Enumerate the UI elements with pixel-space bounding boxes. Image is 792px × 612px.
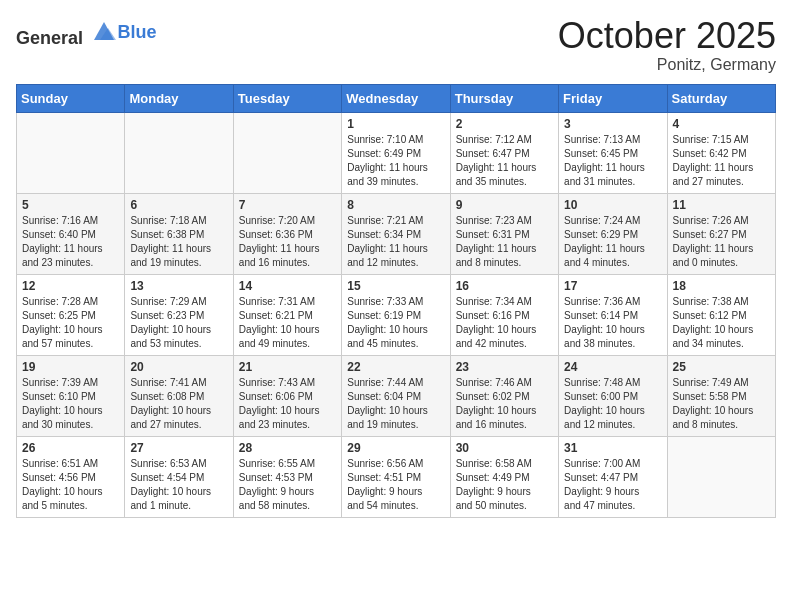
day-number: 24 — [564, 360, 661, 374]
day-number: 7 — [239, 198, 336, 212]
day-number: 6 — [130, 198, 227, 212]
calendar-day-17: 17Sunrise: 7:36 AM Sunset: 6:14 PM Dayli… — [559, 274, 667, 355]
page-header: General Blue October 2025 Ponitz, German… — [16, 16, 776, 74]
calendar-empty-cell — [667, 436, 775, 517]
day-info: Sunrise: 7:33 AM Sunset: 6:19 PM Dayligh… — [347, 295, 444, 351]
calendar-table: SundayMondayTuesdayWednesdayThursdayFrid… — [16, 84, 776, 518]
calendar-day-23: 23Sunrise: 7:46 AM Sunset: 6:02 PM Dayli… — [450, 355, 558, 436]
calendar-day-12: 12Sunrise: 7:28 AM Sunset: 6:25 PM Dayli… — [17, 274, 125, 355]
calendar-day-6: 6Sunrise: 7:18 AM Sunset: 6:38 PM Daylig… — [125, 193, 233, 274]
calendar-day-24: 24Sunrise: 7:48 AM Sunset: 6:00 PM Dayli… — [559, 355, 667, 436]
logo-icon — [90, 16, 118, 44]
calendar-day-21: 21Sunrise: 7:43 AM Sunset: 6:06 PM Dayli… — [233, 355, 341, 436]
calendar-week-row: 5Sunrise: 7:16 AM Sunset: 6:40 PM Daylig… — [17, 193, 776, 274]
day-number: 29 — [347, 441, 444, 455]
day-number: 4 — [673, 117, 770, 131]
day-number: 17 — [564, 279, 661, 293]
calendar-empty-cell — [125, 112, 233, 193]
day-info: Sunrise: 7:46 AM Sunset: 6:02 PM Dayligh… — [456, 376, 553, 432]
calendar-day-15: 15Sunrise: 7:33 AM Sunset: 6:19 PM Dayli… — [342, 274, 450, 355]
day-number: 22 — [347, 360, 444, 374]
logo-general: General — [16, 28, 83, 48]
location-title: Ponitz, Germany — [558, 56, 776, 74]
calendar-day-22: 22Sunrise: 7:44 AM Sunset: 6:04 PM Dayli… — [342, 355, 450, 436]
weekday-header-thursday: Thursday — [450, 84, 558, 112]
calendar-day-28: 28Sunrise: 6:55 AM Sunset: 4:53 PM Dayli… — [233, 436, 341, 517]
calendar-day-9: 9Sunrise: 7:23 AM Sunset: 6:31 PM Daylig… — [450, 193, 558, 274]
title-block: October 2025 Ponitz, Germany — [558, 16, 776, 74]
calendar-day-14: 14Sunrise: 7:31 AM Sunset: 6:21 PM Dayli… — [233, 274, 341, 355]
day-number: 8 — [347, 198, 444, 212]
day-number: 9 — [456, 198, 553, 212]
calendar-empty-cell — [17, 112, 125, 193]
day-info: Sunrise: 7:29 AM Sunset: 6:23 PM Dayligh… — [130, 295, 227, 351]
calendar-week-row: 19Sunrise: 7:39 AM Sunset: 6:10 PM Dayli… — [17, 355, 776, 436]
day-number: 15 — [347, 279, 444, 293]
day-number: 5 — [22, 198, 119, 212]
calendar-week-row: 1Sunrise: 7:10 AM Sunset: 6:49 PM Daylig… — [17, 112, 776, 193]
calendar-empty-cell — [233, 112, 341, 193]
day-number: 13 — [130, 279, 227, 293]
weekday-header-saturday: Saturday — [667, 84, 775, 112]
day-info: Sunrise: 7:23 AM Sunset: 6:31 PM Dayligh… — [456, 214, 553, 270]
day-info: Sunrise: 7:15 AM Sunset: 6:42 PM Dayligh… — [673, 133, 770, 189]
logo-blue: Blue — [118, 22, 157, 42]
day-number: 3 — [564, 117, 661, 131]
day-number: 14 — [239, 279, 336, 293]
day-info: Sunrise: 7:16 AM Sunset: 6:40 PM Dayligh… — [22, 214, 119, 270]
weekday-header-wednesday: Wednesday — [342, 84, 450, 112]
calendar-day-13: 13Sunrise: 7:29 AM Sunset: 6:23 PM Dayli… — [125, 274, 233, 355]
day-number: 10 — [564, 198, 661, 212]
calendar-day-27: 27Sunrise: 6:53 AM Sunset: 4:54 PM Dayli… — [125, 436, 233, 517]
day-info: Sunrise: 7:13 AM Sunset: 6:45 PM Dayligh… — [564, 133, 661, 189]
day-info: Sunrise: 7:21 AM Sunset: 6:34 PM Dayligh… — [347, 214, 444, 270]
day-number: 26 — [22, 441, 119, 455]
calendar-day-30: 30Sunrise: 6:58 AM Sunset: 4:49 PM Dayli… — [450, 436, 558, 517]
day-info: Sunrise: 7:34 AM Sunset: 6:16 PM Dayligh… — [456, 295, 553, 351]
calendar-day-26: 26Sunrise: 6:51 AM Sunset: 4:56 PM Dayli… — [17, 436, 125, 517]
weekday-header-monday: Monday — [125, 84, 233, 112]
calendar-day-1: 1Sunrise: 7:10 AM Sunset: 6:49 PM Daylig… — [342, 112, 450, 193]
calendar-day-8: 8Sunrise: 7:21 AM Sunset: 6:34 PM Daylig… — [342, 193, 450, 274]
day-info: Sunrise: 7:28 AM Sunset: 6:25 PM Dayligh… — [22, 295, 119, 351]
day-info: Sunrise: 7:49 AM Sunset: 5:58 PM Dayligh… — [673, 376, 770, 432]
weekday-header-tuesday: Tuesday — [233, 84, 341, 112]
day-info: Sunrise: 7:38 AM Sunset: 6:12 PM Dayligh… — [673, 295, 770, 351]
day-number: 18 — [673, 279, 770, 293]
day-number: 31 — [564, 441, 661, 455]
calendar-day-25: 25Sunrise: 7:49 AM Sunset: 5:58 PM Dayli… — [667, 355, 775, 436]
day-number: 25 — [673, 360, 770, 374]
month-title: October 2025 — [558, 16, 776, 56]
day-info: Sunrise: 7:12 AM Sunset: 6:47 PM Dayligh… — [456, 133, 553, 189]
calendar-day-20: 20Sunrise: 7:41 AM Sunset: 6:08 PM Dayli… — [125, 355, 233, 436]
day-number: 1 — [347, 117, 444, 131]
day-number: 23 — [456, 360, 553, 374]
day-info: Sunrise: 6:55 AM Sunset: 4:53 PM Dayligh… — [239, 457, 336, 513]
day-number: 11 — [673, 198, 770, 212]
day-number: 2 — [456, 117, 553, 131]
day-info: Sunrise: 7:39 AM Sunset: 6:10 PM Dayligh… — [22, 376, 119, 432]
calendar-day-7: 7Sunrise: 7:20 AM Sunset: 6:36 PM Daylig… — [233, 193, 341, 274]
day-info: Sunrise: 7:44 AM Sunset: 6:04 PM Dayligh… — [347, 376, 444, 432]
day-info: Sunrise: 7:41 AM Sunset: 6:08 PM Dayligh… — [130, 376, 227, 432]
day-number: 28 — [239, 441, 336, 455]
day-number: 21 — [239, 360, 336, 374]
day-info: Sunrise: 6:51 AM Sunset: 4:56 PM Dayligh… — [22, 457, 119, 513]
day-number: 16 — [456, 279, 553, 293]
logo: General Blue — [16, 16, 157, 49]
day-info: Sunrise: 7:10 AM Sunset: 6:49 PM Dayligh… — [347, 133, 444, 189]
day-number: 19 — [22, 360, 119, 374]
weekday-header-friday: Friday — [559, 84, 667, 112]
day-info: Sunrise: 6:56 AM Sunset: 4:51 PM Dayligh… — [347, 457, 444, 513]
calendar-day-5: 5Sunrise: 7:16 AM Sunset: 6:40 PM Daylig… — [17, 193, 125, 274]
day-info: Sunrise: 6:58 AM Sunset: 4:49 PM Dayligh… — [456, 457, 553, 513]
day-info: Sunrise: 7:43 AM Sunset: 6:06 PM Dayligh… — [239, 376, 336, 432]
day-number: 30 — [456, 441, 553, 455]
day-number: 27 — [130, 441, 227, 455]
calendar-week-row: 12Sunrise: 7:28 AM Sunset: 6:25 PM Dayli… — [17, 274, 776, 355]
calendar-day-19: 19Sunrise: 7:39 AM Sunset: 6:10 PM Dayli… — [17, 355, 125, 436]
calendar-day-16: 16Sunrise: 7:34 AM Sunset: 6:16 PM Dayli… — [450, 274, 558, 355]
day-info: Sunrise: 7:48 AM Sunset: 6:00 PM Dayligh… — [564, 376, 661, 432]
weekday-header-sunday: Sunday — [17, 84, 125, 112]
calendar-day-2: 2Sunrise: 7:12 AM Sunset: 6:47 PM Daylig… — [450, 112, 558, 193]
